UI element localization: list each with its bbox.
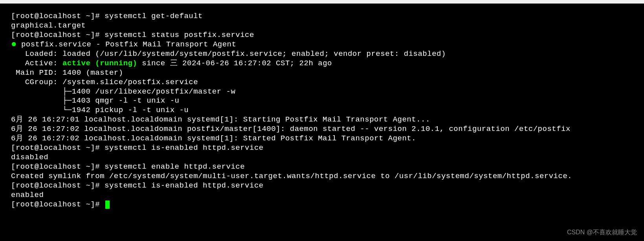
terminal-line: [root@localhost ~]# systemctl is-enabled… (11, 181, 633, 191)
cgroup-process: ├─1400 /usr/libexec/postfix/master -w (11, 87, 633, 97)
status-bullet-icon: ● (11, 42, 17, 47)
command-text: systemctl get-default (105, 12, 203, 20)
active-status-text: active (running) (62, 59, 137, 68)
service-description: postfix.service - Postfix Mail Transport… (17, 40, 236, 49)
terminal-line: [root@localhost ~]# (11, 200, 633, 210)
shell-prompt: [root@localhost ~]# (11, 12, 105, 20)
command-text: systemctl is-enabled httpd.service (105, 143, 264, 152)
terminal-output: Created symlink from /etc/systemd/system… (11, 172, 633, 181)
cgroup-process: ├─1403 qmgr -l -t unix -u (11, 96, 633, 106)
cgroup-process: └─1942 pickup -l -t unix -u (11, 106, 633, 115)
terminal-output: enabled (11, 191, 633, 200)
journal-log: 6月 26 16:27:01 localhost.localdomain sys… (11, 115, 633, 125)
command-text: systemctl status postfix.service (105, 31, 254, 39)
status-cgroup: CGroup: /system.slice/postfix.service (11, 78, 633, 87)
status-active: Active: active (running) since 三 2024-06… (11, 59, 633, 68)
terminal-output: graphical.target (11, 21, 633, 31)
terminal-window[interactable]: [root@localhost ~]# systemctl get-defaul… (0, 3, 644, 210)
status-loaded: Loaded: loaded (/usr/lib/systemd/system/… (11, 50, 633, 59)
shell-prompt: [root@localhost ~]# (11, 200, 105, 209)
journal-log: 6月 26 16:27:02 localhost.localdomain sys… (11, 134, 633, 143)
terminal-line: [root@localhost ~]# systemctl get-defaul… (11, 12, 633, 21)
cursor-icon (105, 201, 110, 209)
status-mainpid: Main PID: 1400 (master) (11, 68, 633, 78)
shell-prompt: [root@localhost ~]# (11, 31, 105, 39)
command-text: systemctl is-enabled httpd.service (105, 181, 264, 190)
shell-prompt: [root@localhost ~]# (11, 143, 105, 152)
terminal-output: disabled (11, 153, 633, 162)
terminal-line: [root@localhost ~]# systemctl is-enabled… (11, 143, 633, 153)
command-text: systemctl enable httpd.service (105, 162, 245, 171)
terminal-line: [root@localhost ~]# systemctl status pos… (11, 31, 633, 40)
shell-prompt: [root@localhost ~]# (11, 181, 105, 190)
watermark-text: CSDN @不喜欢就睡大觉 (567, 228, 637, 236)
journal-log: 6月 26 16:27:02 localhost.localdomain pos… (11, 125, 633, 134)
shell-prompt: [root@localhost ~]# (11, 162, 105, 171)
window-title-bar (0, 0, 644, 4)
terminal-line: [root@localhost ~]# systemctl enable htt… (11, 162, 633, 172)
status-header: ● postfix.service - Postfix Mail Transpo… (11, 40, 633, 50)
